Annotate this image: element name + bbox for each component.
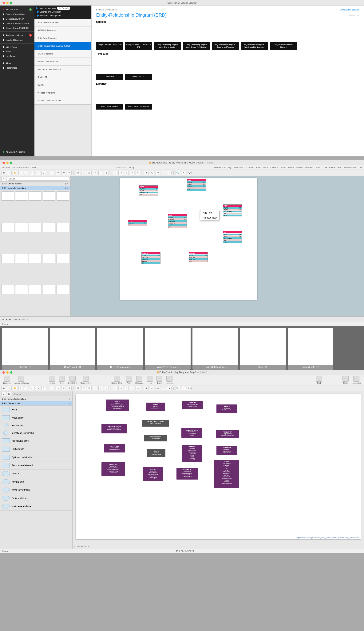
toolbar-icon[interactable]: ↪ bbox=[56, 386, 60, 390]
chen-entity[interactable]: PRACTICALGROUPPracticalGroupID Practical… bbox=[102, 424, 126, 433]
stencil-shape[interactable] bbox=[56, 285, 69, 294]
chen-entity[interactable]: PRESCRIPTIONDoctorOrder DoctorName Dosag… bbox=[182, 428, 202, 438]
collapse-icon[interactable]: ▣ ⊗ bbox=[65, 183, 68, 185]
toolbar-icon[interactable]: ✋ bbox=[13, 171, 17, 175]
shape-weak-key-attribute[interactable]: Weak key attribute bbox=[0, 486, 72, 494]
grid-view-icon[interactable]: ⊞ bbox=[7, 392, 11, 396]
toolbar-icon[interactable]: ◫ bbox=[87, 386, 92, 390]
toolbar-icon[interactable]: ⬭ bbox=[118, 171, 123, 175]
toolbar-icon[interactable]: T bbox=[18, 386, 23, 390]
shape-attribute[interactable]: Attribute bbox=[0, 470, 72, 478]
thumbnail[interactable]: Entity-Relationship Model Diagram bbox=[270, 25, 297, 50]
thumbnail[interactable]: Crow's Foot ERD bbox=[125, 57, 152, 80]
toolbar-browse-solutions[interactable]: Browse Solutions bbox=[14, 376, 28, 384]
nav-mindmap[interactable]: ConceptDraw MINDMAP bbox=[0, 21, 34, 26]
toolbar-icon[interactable]: ✧ bbox=[130, 171, 134, 175]
shape-associative-entity[interactable]: Associative entity bbox=[0, 437, 72, 445]
menu-item[interactable]: Rulers bbox=[329, 166, 335, 169]
toolbar-icon[interactable]: ⊟ bbox=[81, 386, 86, 390]
toolbar-icon[interactable]: ⬚ bbox=[24, 386, 29, 390]
stencil-shape[interactable] bbox=[56, 191, 69, 201]
chen-entity[interactable]: LECTURERLecturerID LecturerPassword bbox=[104, 444, 125, 452]
toolbar-icon[interactable]: ↔ bbox=[98, 386, 103, 390]
search-input[interactable] bbox=[12, 392, 71, 396]
toolbar-distribute[interactable]: Distribute bbox=[135, 376, 143, 384]
menu-item[interactable]: Direct bbox=[288, 166, 294, 169]
chen-entity[interactable]: MEDICATIONHISTORYMedicineDatetime bbox=[142, 420, 169, 427]
chen-entity[interactable]: VITALSVitalDatetime Temperature RR HR SP… bbox=[214, 460, 239, 488]
toolbar-rotate-flip[interactable]: Rotate & Flip bbox=[111, 376, 122, 384]
menu-item[interactable]: Grid bbox=[338, 166, 342, 169]
stencil-shape[interactable] bbox=[43, 223, 56, 232]
user-indicator[interactable]: Anastacia Alexeenko bbox=[0, 150, 28, 154]
stencil-shape[interactable] bbox=[43, 254, 56, 263]
canvas-page[interactable]: postsid_postPKid_topicFKid_userFKdate_cr… bbox=[120, 178, 257, 300]
gallery-item[interactable]: Entity-Relationship... bbox=[192, 328, 238, 370]
shape-participation[interactable]: Participation bbox=[0, 445, 72, 453]
toolbar-icon[interactable]: ◉ bbox=[144, 386, 149, 390]
toolbar-icon[interactable]: ◎ bbox=[150, 171, 154, 175]
stencil-shape[interactable] bbox=[56, 254, 69, 263]
zoom-stepper-icon[interactable]: ⇅ bbox=[88, 545, 90, 548]
toolbar-icon[interactable]: 🔍+ bbox=[187, 386, 192, 390]
stencil-shape[interactable] bbox=[43, 191, 56, 201]
stencil-shape[interactable] bbox=[1, 285, 14, 294]
menu-libraries[interactable]: Libraries bbox=[2, 166, 10, 169]
shape-relationship[interactable]: Relationship bbox=[0, 422, 72, 429]
chen-entity[interactable]: DOCUMENTConsentName ConsentDatetime Conc… bbox=[176, 468, 198, 480]
cat-science[interactable]: Science and Education bbox=[36, 10, 90, 14]
title-dropdown[interactable]: — Edited ˅ bbox=[197, 371, 207, 373]
entity-topics[interactable]: topicsid_topicPKid_userFKdate_modifiedti… bbox=[139, 185, 158, 195]
menu-group[interactable]: Group bbox=[128, 166, 134, 169]
toolbar-icon[interactable]: ◎ bbox=[150, 386, 154, 390]
toolbar-icon[interactable]: ⊡ bbox=[161, 171, 166, 175]
menu-item[interactable]: Identical bbox=[270, 166, 278, 169]
view-list-icon[interactable]: ☰ bbox=[1, 177, 6, 181]
nav-prefs[interactable]: Preferences bbox=[0, 66, 34, 70]
menu-item[interactable]: Front bbox=[256, 166, 261, 169]
toolbar-icon[interactable]: ⟲ bbox=[61, 171, 66, 175]
toolbar-icon[interactable]: ↩ bbox=[50, 386, 54, 390]
lib-tab-crowfoot[interactable]: ERD, crow's foot notation▣ ⊗ bbox=[0, 186, 70, 190]
stencil-shape[interactable] bbox=[15, 254, 28, 263]
toolbar-icon[interactable]: ↕ bbox=[104, 386, 109, 390]
thumbnail[interactable]: Design Elements — Crow's Foot ERD bbox=[125, 25, 152, 50]
nav-about[interactable]: About bbox=[0, 61, 34, 66]
solution-list-item[interactable]: Android User Interface bbox=[34, 19, 92, 27]
nav-office[interactable]: ConceptDraw Office bbox=[0, 12, 34, 17]
nav-installed[interactable]: Installed Solutions bbox=[0, 38, 34, 42]
toolbar-icon[interactable]: ⬭ bbox=[30, 171, 34, 175]
toolbar-icon[interactable]: ↩ bbox=[50, 171, 54, 175]
solution-list-item[interactable]: IDEF0 Diagrams bbox=[34, 50, 92, 58]
stencil-shape[interactable] bbox=[29, 191, 42, 201]
menu-item[interactable]: Tree bbox=[323, 166, 327, 169]
stencil-shape[interactable] bbox=[15, 285, 28, 294]
chen-entity[interactable]: REPORTReportID ReportName ReportDatetime… bbox=[143, 467, 163, 481]
solution-list-item[interactable]: Entity-Relationship Diagram (ERD) bbox=[34, 42, 92, 50]
chen-entity[interactable]: MEDICINEMedicineBarCode MedicineName bbox=[182, 401, 203, 409]
toolbar-icon[interactable]: ⬭ bbox=[30, 386, 34, 390]
stencil-shape[interactable] bbox=[56, 223, 69, 232]
lib-tab-chen[interactable]: ERD, Chen's notation⊗ bbox=[0, 401, 72, 406]
entity-files[interactable]: filesid_filePKid_userFKdate_modifiedtitl… bbox=[223, 231, 242, 243]
toolbar-icon[interactable]: 🔍- bbox=[176, 171, 180, 175]
gallery-item[interactable]: Crow's Foot ERD bbox=[288, 328, 333, 370]
chen-entity[interactable]: STETEHISTORYTimeActivated bbox=[144, 435, 167, 441]
toolbar-icon[interactable]: ⫽ bbox=[93, 171, 97, 175]
stencil-shape[interactable] bbox=[15, 191, 28, 201]
close-tab-icon[interactable]: ⊗ bbox=[69, 398, 70, 400]
shape-derived-attribute[interactable]: Derived attribute bbox=[0, 494, 72, 502]
uninstall-link[interactable]: Uninstall this solution bbox=[340, 9, 359, 11]
toolbar-icon[interactable]: ━ bbox=[181, 386, 186, 390]
toolbar-reverse-link[interactable]: Reverse link bbox=[80, 376, 91, 384]
close-tab-icon[interactable]: ⊗ bbox=[69, 402, 70, 405]
toolbar-back[interactable]: Back bbox=[156, 376, 162, 384]
zoom-icon[interactable] bbox=[10, 2, 12, 4]
zoom-dropdown[interactable]: Custom 34% bbox=[12, 318, 24, 321]
toolbar-tree[interactable]: Tree bbox=[59, 376, 65, 384]
toolbar-chain[interactable]: Chain bbox=[49, 376, 55, 384]
toolbar-icon[interactable]: ◇ bbox=[136, 386, 140, 390]
canvas-page[interactable]: https://wiki.smu.edu.sg/is480/IS480_Team… bbox=[76, 394, 361, 539]
minimize-icon[interactable] bbox=[6, 162, 8, 164]
toolbar-icon[interactable]: ↘ bbox=[36, 171, 40, 175]
